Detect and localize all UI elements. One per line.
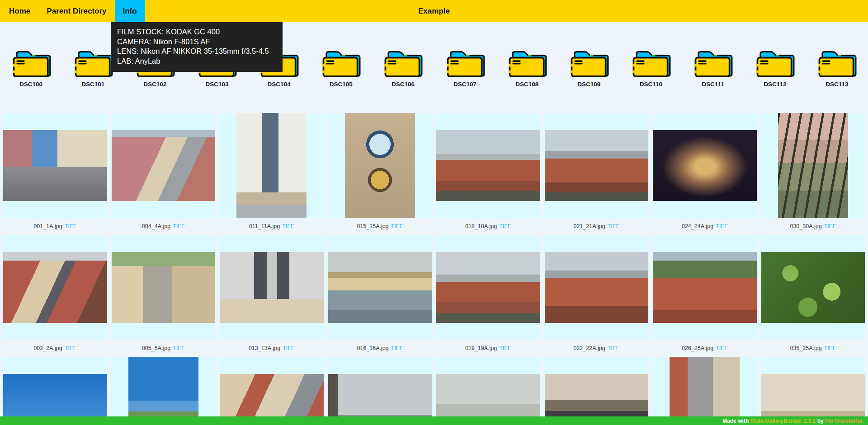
tiff-link[interactable]: TIFF — [65, 345, 76, 351]
folder-item[interactable]: DSC112 — [744, 47, 806, 88]
photo-thumbnail[interactable] — [436, 130, 540, 201]
thumb-box — [760, 113, 866, 218]
photo-thumbnail[interactable] — [328, 252, 432, 323]
tiff-link[interactable]: TIFF — [283, 345, 294, 351]
photo-cell: 035_35A.jpg TIFF — [760, 235, 866, 357]
footer-bar: Made with StaticGalleryBuilder 2.3.1 by … — [0, 416, 868, 425]
photo-filename: 004_4A.jpg — [142, 223, 170, 229]
tiff-link[interactable]: TIFF — [391, 223, 403, 229]
thumb-box — [219, 113, 325, 218]
photo-thumbnail[interactable] — [761, 252, 865, 323]
photo-thumbnail[interactable] — [436, 252, 540, 323]
photo-thumbnail[interactable] — [3, 252, 107, 323]
thumb-box — [2, 235, 108, 340]
tiff-link[interactable]: TIFF — [65, 223, 76, 229]
folder-item[interactable]: DSC108 — [496, 47, 558, 88]
folder-icon — [692, 47, 734, 79]
photo-thumbnail[interactable] — [545, 130, 649, 201]
folder-item[interactable]: DSC105 — [310, 47, 372, 88]
photo-cell: 004_4A.jpg TIFF — [111, 113, 217, 235]
photo-thumbnail[interactable] — [3, 130, 107, 201]
info-tooltip: FILM STOCK: KODAK GC 400 CAMERA: Nikon F… — [111, 22, 283, 72]
photo-caption: 004_4A.jpg TIFF — [111, 218, 217, 235]
photo-thumbnail[interactable] — [236, 113, 307, 218]
photo-thumbnail[interactable] — [670, 357, 740, 425]
tiff-link[interactable]: TIFF — [824, 345, 836, 351]
folder-item[interactable]: DSC100 — [0, 47, 62, 88]
photo-cell — [111, 357, 217, 425]
author-link[interactable]: Flo Greistorfer. — [825, 418, 864, 424]
thumb-box — [111, 113, 217, 218]
photo-filename: 024_24A.jpg — [682, 223, 713, 229]
nav-info[interactable]: Info — [115, 0, 145, 22]
folder-label: DSC104 — [268, 81, 291, 88]
photo-caption: 002_2A.jpg TIFF — [2, 340, 108, 357]
tool-link[interactable]: StaticGalleryBuilder 2.3.1 — [750, 418, 816, 424]
photo-thumbnail[interactable] — [545, 252, 649, 323]
photo-thumbnail[interactable] — [778, 113, 848, 218]
photo-cell: 022_22A.jpg TIFF — [544, 235, 650, 357]
photo-thumbnail[interactable] — [653, 130, 757, 201]
photo-filename: 026_26A.jpg — [682, 345, 713, 351]
folder-icon — [10, 47, 52, 79]
folder-item[interactable]: DSC109 — [558, 47, 620, 88]
tiff-link[interactable]: TIFF — [499, 223, 511, 229]
folder-item[interactable]: DSC113 — [806, 47, 868, 88]
photo-filename: 035_35A.jpg — [790, 345, 821, 351]
tiff-link[interactable]: TIFF — [499, 345, 511, 351]
folder-item[interactable]: DSC111 — [682, 47, 744, 88]
folder-label: DSC100 — [19, 81, 42, 88]
photo-filename: 021_21A.jpg — [573, 223, 605, 229]
photo-grid: 001_1A.jpg TIFF 004_4A.jpg TIFF 011_11A.… — [2, 113, 866, 425]
folder-label: DSC110 — [640, 81, 662, 88]
photo-thumbnail[interactable] — [345, 113, 415, 218]
photo-caption: 021_21A.jpg TIFF — [544, 218, 650, 235]
folder-item[interactable]: DSC106 — [372, 47, 434, 88]
thumb-box — [544, 235, 650, 340]
folder-icon — [816, 47, 858, 79]
thumb-box — [111, 357, 217, 425]
photo-thumbnail[interactable] — [112, 252, 216, 323]
photo-thumbnail[interactable] — [112, 130, 216, 201]
tooltip-film-stock: FILM STOCK: KODAK GC 400 — [117, 27, 276, 37]
photo-caption: 022_22A.jpg TIFF — [544, 340, 650, 357]
photo-cell — [327, 357, 433, 425]
photo-thumbnail[interactable] — [220, 252, 324, 323]
tiff-link[interactable]: TIFF — [716, 223, 727, 229]
folder-label: DSC109 — [577, 81, 600, 88]
tiff-link[interactable]: TIFF — [391, 345, 403, 351]
tiff-link[interactable]: TIFF — [824, 223, 836, 229]
thumb-box — [652, 235, 758, 340]
photo-cell: 019_19A.jpg TIFF — [435, 235, 541, 357]
tiff-link[interactable]: TIFF — [608, 345, 619, 351]
photo-cell: 026_26A.jpg TIFF — [652, 235, 758, 357]
thumb-box — [2, 357, 108, 425]
tiff-link[interactable]: TIFF — [716, 345, 727, 351]
folder-label: DSC103 — [205, 81, 228, 88]
nav-home[interactable]: Home — [1, 0, 38, 22]
tiff-link[interactable]: TIFF — [173, 345, 184, 351]
photo-filename: 030_30A.jpg — [790, 223, 821, 229]
folder-label: DSC108 — [515, 81, 538, 88]
photo-cell: 005_5A.jpg TIFF — [111, 235, 217, 357]
photo-thumbnail[interactable] — [653, 252, 757, 323]
photo-caption: 005_5A.jpg TIFF — [111, 340, 217, 357]
tiff-link[interactable]: TIFF — [282, 223, 294, 229]
photo-cell: 016_16A.jpg TIFF — [327, 235, 433, 357]
photo-cell — [2, 357, 108, 425]
thumb-box — [435, 235, 541, 340]
nav-parent-directory[interactable]: Parent Directory — [38, 0, 114, 22]
thumb-box — [435, 357, 541, 425]
tiff-link[interactable]: TIFF — [608, 223, 619, 229]
tiff-link[interactable]: TIFF — [173, 223, 184, 229]
photo-cell: 001_1A.jpg TIFF — [2, 113, 108, 235]
photo-filename: 013_13A.jpg — [249, 345, 280, 351]
photo-thumbnail[interactable] — [128, 357, 198, 425]
photo-filename: 015_15A.jpg — [357, 223, 388, 229]
folder-item[interactable]: DSC110 — [620, 47, 682, 88]
photo-caption: 018_18A.jpg TIFF — [435, 218, 541, 235]
photo-filename: 022_22A.jpg — [573, 345, 605, 351]
photo-cell — [652, 357, 758, 425]
folder-item[interactable]: DSC107 — [434, 47, 496, 88]
thumb-box — [544, 357, 650, 425]
